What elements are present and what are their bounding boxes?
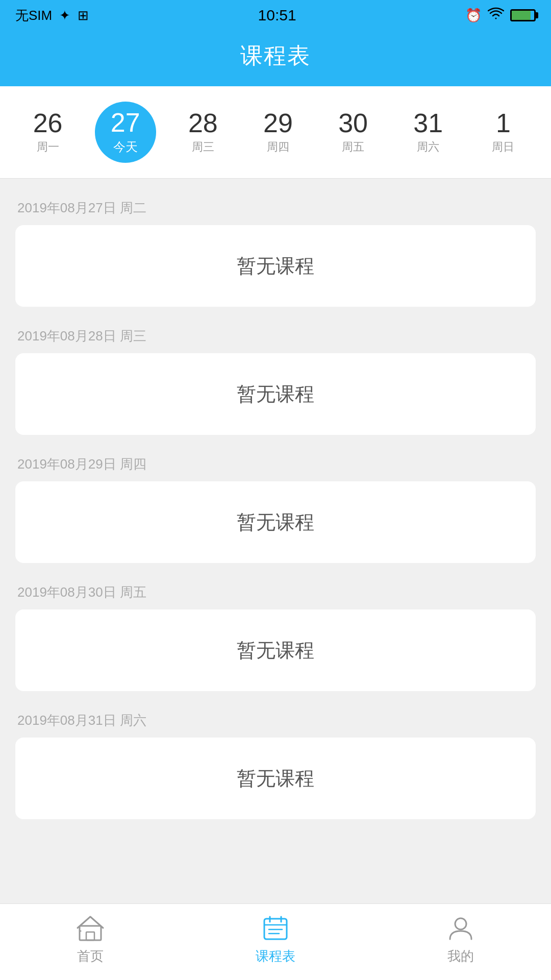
day-label-28: 周三: [192, 139, 214, 155]
svg-rect-1: [86, 932, 94, 940]
day-number-31: 31: [413, 110, 443, 136]
nav-schedule[interactable]: 课程表: [240, 909, 311, 970]
course-card-aug29: 暂无课程: [15, 481, 536, 563]
day-label-30: 周五: [342, 139, 364, 155]
section-aug27: 2019年08月27日 周二 暂无课程: [15, 199, 536, 307]
day-number-26: 26: [33, 110, 63, 136]
nav-schedule-label: 课程表: [256, 947, 295, 965]
day-item-mon[interactable]: 26 周一: [20, 103, 76, 162]
section-aug28: 2019年08月28日 周三 暂无课程: [15, 327, 536, 435]
section-aug31: 2019年08月31日 周六 暂无课程: [15, 712, 536, 819]
wifi-icon: [488, 7, 504, 24]
profile-icon: [446, 914, 475, 943]
status-right: ⏰: [465, 7, 536, 24]
usb-icon: ✦: [59, 8, 70, 23]
date-label-aug31: 2019年08月31日 周六: [15, 712, 536, 729]
day-item-sat[interactable]: 31 周六: [400, 103, 456, 162]
day-label-31: 周六: [417, 139, 439, 155]
battery-icon: [510, 9, 536, 21]
day-label-29: 周四: [267, 139, 289, 155]
section-aug29: 2019年08月29日 周四 暂无课程: [15, 455, 536, 563]
no-course-aug29: 暂无课程: [237, 509, 314, 535]
status-time: 10:51: [258, 7, 296, 24]
app-header: 课程表: [0, 31, 551, 86]
carrier-text: 无SIM: [15, 7, 52, 24]
course-card-aug30: 暂无课程: [15, 609, 536, 691]
svg-rect-0: [80, 926, 101, 940]
day-number-1: 1: [496, 110, 511, 136]
day-number-28: 28: [188, 110, 218, 136]
no-course-aug28: 暂无课程: [237, 381, 314, 407]
no-course-aug31: 暂无课程: [237, 766, 314, 792]
clock-icon: ⏰: [465, 8, 482, 23]
no-course-aug27: 暂无课程: [237, 253, 314, 279]
nav-profile-label: 我的: [447, 947, 474, 965]
schedule-icon: [261, 914, 290, 943]
date-label-aug27: 2019年08月27日 周二: [15, 199, 536, 217]
day-item-fri[interactable]: 30 周五: [325, 103, 381, 162]
course-card-aug31: 暂无课程: [15, 738, 536, 819]
home-icon: [76, 914, 105, 943]
nav-profile[interactable]: 我的: [431, 909, 491, 970]
nav-home[interactable]: 首页: [60, 909, 120, 970]
svg-point-9: [455, 918, 466, 929]
day-item-wed[interactable]: 28 周三: [175, 103, 231, 162]
day-number-29: 29: [263, 110, 293, 136]
date-label-aug29: 2019年08月29日 周四: [15, 455, 536, 473]
status-left: 无SIM ✦ ⊞: [15, 7, 89, 24]
course-card-aug27: 暂无课程: [15, 225, 536, 307]
week-calendar: 26 周一 27 今天 28 周三 29 周四 30 周五 31 周六 1 周日: [0, 86, 551, 179]
section-aug30: 2019年08月30日 周五 暂无课程: [15, 583, 536, 691]
day-label-1: 周日: [492, 139, 514, 155]
main-content: 2019年08月27日 周二 暂无课程 2019年08月28日 周三 暂无课程 …: [0, 179, 551, 903]
app-title: 课程表: [0, 41, 551, 71]
course-card-aug28: 暂无课程: [15, 353, 536, 435]
bottom-nav: 首页 课程表 我的: [0, 903, 551, 980]
nav-home-label: 首页: [77, 947, 104, 965]
day-number-30: 30: [338, 110, 368, 136]
day-label-26: 周一: [37, 139, 59, 155]
date-label-aug28: 2019年08月28日 周三: [15, 327, 536, 345]
no-course-aug30: 暂无课程: [237, 638, 314, 664]
status-bar: 无SIM ✦ ⊞ 10:51 ⏰: [0, 0, 551, 31]
date-label-aug30: 2019年08月30日 周五: [15, 583, 536, 601]
day-label-27: 今天: [113, 139, 138, 155]
day-item-sun[interactable]: 1 周日: [475, 103, 531, 162]
sim-icon: ⊞: [78, 8, 89, 23]
day-item-thu[interactable]: 29 周四: [250, 103, 306, 162]
day-number-27: 27: [111, 109, 140, 136]
day-item-today[interactable]: 27 今天: [95, 102, 156, 163]
